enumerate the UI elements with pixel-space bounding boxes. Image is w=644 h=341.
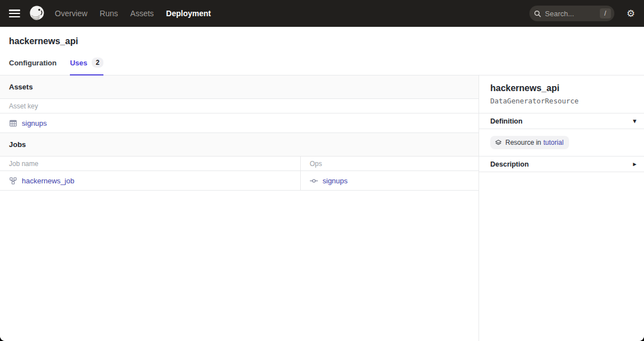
chevron-right-icon: ▸ [633,160,636,168]
layers-icon [495,139,502,146]
tab-uses-count-badge: 2 [92,58,103,68]
app-window: Overview Runs Assets Deployment / ⚙ hack… [0,0,644,341]
search-input[interactable] [545,10,600,18]
top-nav: Overview Runs Assets Deployment / ⚙ [0,0,644,27]
search-shortcut-badge: / [600,8,611,18]
resource-header: hackernews_api DataGeneratorResource [479,75,644,113]
assets-section-title: Assets [9,83,33,91]
tab-configuration-label: Configuration [9,59,56,67]
asset-row: signups [0,113,479,133]
definition-section-header[interactable]: Definition ▾ [479,113,644,129]
asset-key-column-header: Asset key [0,102,47,110]
resource-type: DataGeneratorResource [490,97,635,105]
tab-uses[interactable]: Uses 2 [70,52,103,75]
asset-link-signups[interactable]: signups [22,119,47,127]
job-name-column-header: Job name [0,157,301,170]
tag-tutorial-link[interactable]: tutorial [543,139,564,146]
definition-section-body: Resource in tutorial [479,129,644,156]
nav-item-deployment[interactable]: Deployment [166,9,211,18]
op-icon [310,177,318,185]
tab-bar: Configuration Uses 2 [0,52,644,75]
search-box[interactable]: / [529,6,614,21]
assets-column-header-row: Asset key [0,99,479,113]
uses-panel: Assets Asset key signups [0,75,479,341]
asset-key-cell: signups [0,113,56,132]
page-title: hackernews_api [0,27,644,52]
dagster-logo-icon[interactable] [28,4,46,22]
asset-table-icon [9,119,17,127]
hamburger-menu-icon[interactable] [9,10,20,17]
nav-item-runs[interactable]: Runs [100,9,118,18]
resource-title: hackernews_api [490,83,635,93]
tag-text: Resource in [505,139,541,146]
assets-section-header: Assets [0,75,479,99]
jobs-column-header-row: Job name Ops [0,157,479,171]
section-divider [479,172,644,172]
nav-item-overview[interactable]: Overview [55,9,87,18]
nav-item-assets[interactable]: Assets [130,9,154,18]
ops-cell: signups [301,171,479,190]
description-section-label: Description [490,160,529,168]
ops-column-header: Ops [301,157,479,170]
search-icon [534,10,541,17]
resource-tutorial-tag[interactable]: Resource in tutorial [490,136,569,149]
jobs-section-title: Jobs [9,140,26,149]
gear-icon[interactable]: ⚙ [627,9,635,18]
job-row: hackernews_job signups [0,171,479,191]
job-name-cell: hackernews_job [0,171,301,190]
nav-links: Overview Runs Assets Deployment [55,9,211,18]
chevron-down-icon: ▾ [633,117,636,125]
tab-configuration[interactable]: Configuration [9,52,56,75]
job-graph-icon [9,177,17,185]
description-section-header[interactable]: Description ▸ [479,156,644,172]
definition-section-label: Definition [490,117,523,125]
jobs-section-header: Jobs [0,133,479,157]
content-area: Assets Asset key signups [0,75,644,341]
op-link-signups[interactable]: signups [323,177,348,185]
resource-detail-panel: hackernews_api DataGeneratorResource Def… [479,75,644,341]
tab-uses-label: Uses [70,59,87,67]
page-header: hackernews_api Configuration Uses 2 [0,27,644,75]
job-link-hackernews-job[interactable]: hackernews_job [22,177,74,185]
